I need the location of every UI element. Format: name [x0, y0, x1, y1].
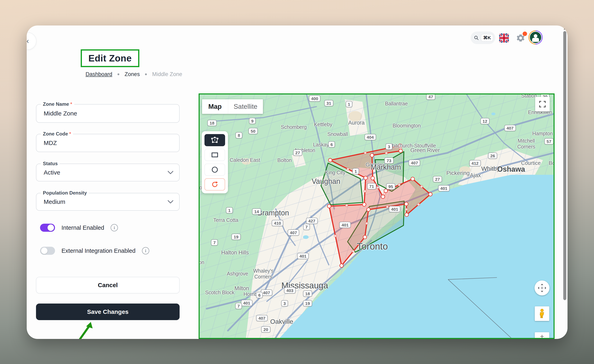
search-button[interactable]: ⌘K: [471, 32, 495, 44]
external-integration-label: External Integration Enabled: [61, 248, 135, 254]
polygon-tool-icon: [210, 136, 219, 144]
pegman-icon: [539, 309, 546, 318]
zone-code-value: MDZ: [44, 140, 57, 146]
pegman-button[interactable]: [535, 306, 549, 321]
info-icon[interactable]: i: [111, 224, 118, 231]
external-integration-toggle[interactable]: [40, 247, 55, 255]
required-asterisk: *: [70, 101, 72, 107]
status-label: Status: [43, 161, 58, 166]
zoom-in-button[interactable]: +: [535, 332, 549, 339]
status-select[interactable]: Status Active: [36, 164, 180, 181]
fullscreen-icon: [539, 101, 546, 108]
drawing-toolbar: [202, 131, 228, 193]
external-integration-toggle-row: External Integration Enabled i: [40, 247, 149, 255]
settings-button[interactable]: [516, 33, 526, 43]
annotation-arrow: [72, 319, 100, 339]
internal-enabled-toggle-row: Internal Enabled i: [40, 224, 118, 232]
user-icon: [529, 31, 542, 44]
draw-circle-button[interactable]: [204, 164, 225, 176]
app-card: ‹ ⌘K: [27, 26, 567, 339]
cancel-button[interactable]: Cancel: [36, 277, 180, 293]
scrollbar-thumb[interactable]: [563, 31, 566, 300]
language-flag-icon[interactable]: [499, 34, 509, 42]
breadcrumb-dashboard[interactable]: Dashboard: [86, 71, 112, 77]
pan-arrows-icon: [537, 283, 547, 293]
required-asterisk: *: [69, 131, 71, 136]
chevron-left-icon: ‹: [27, 37, 29, 45]
chevron-down-icon: [168, 200, 174, 204]
population-density-value: Medium: [44, 198, 65, 205]
page-title: Edit Zone: [88, 53, 132, 64]
zone-code-label: Zone Code: [43, 131, 68, 136]
fullscreen-button[interactable]: [535, 97, 550, 111]
zone-code-field[interactable]: Zone Code* MDZ: [36, 134, 180, 152]
population-density-select[interactable]: Population Density Medium: [36, 193, 180, 211]
population-density-label: Population Density: [43, 190, 87, 195]
breadcrumb-current: Middle Zone: [152, 71, 182, 77]
rectangle-tool-icon: [211, 152, 218, 158]
map[interactable]: SchombergKettlebyAuroraBallantraeBloomin…: [199, 94, 554, 339]
zone-name-field[interactable]: Zone Name* Middle Zone: [36, 104, 180, 123]
internal-enabled-toggle[interactable]: [40, 224, 55, 232]
map-canvas[interactable]: [200, 94, 554, 338]
scrollbar-up-arrow[interactable]: ▲: [563, 27, 566, 30]
search-icon: [474, 35, 479, 41]
pan-control[interactable]: [534, 281, 549, 296]
status-value: Active: [44, 169, 60, 176]
page-title-highlight: Edit Zone: [81, 49, 139, 67]
map-type-control: Map Satellite: [202, 99, 263, 114]
map-type-satellite[interactable]: Satellite: [228, 99, 263, 114]
breadcrumb: Dashboard Zones Middle Zone: [86, 71, 182, 77]
zone-name-value: Middle Zone: [44, 110, 77, 117]
reset-drawing-button[interactable]: [204, 178, 225, 190]
chevron-down-icon: [168, 171, 174, 174]
breadcrumb-separator: [117, 74, 119, 75]
breadcrumb-separator: [145, 74, 147, 75]
user-avatar[interactable]: [528, 30, 543, 45]
map-type-map[interactable]: Map: [202, 99, 228, 114]
notification-dot: [523, 32, 527, 36]
collapse-sidebar-button[interactable]: ‹: [27, 32, 36, 50]
page-background: ‹ ⌘K: [0, 0, 594, 364]
refresh-icon: [211, 181, 218, 188]
save-changes-button[interactable]: Save Changes: [36, 303, 180, 320]
draw-rectangle-button[interactable]: [204, 149, 225, 161]
breadcrumb-zones[interactable]: Zones: [125, 71, 140, 77]
draw-polygon-button[interactable]: [204, 134, 225, 146]
search-shortcut-badge: ⌘K: [481, 34, 493, 42]
zone-name-label: Zone Name: [43, 101, 69, 107]
internal-enabled-label: Internal Enabled: [61, 224, 104, 231]
circle-tool-icon: [211, 166, 218, 173]
info-icon[interactable]: i: [142, 247, 149, 254]
